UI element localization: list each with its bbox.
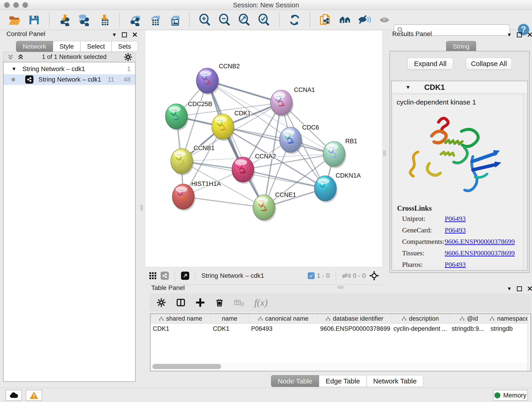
control-panel-close-icon[interactable]: ✕ <box>132 31 138 39</box>
table-vertical-scrollbar[interactable] <box>527 314 531 371</box>
results-panel-menu-icon[interactable]: ▼ <box>507 32 512 38</box>
network-list-toolbar: 1 of 1 Network selected <box>3 52 136 62</box>
gene-disclosure-icon[interactable]: ▼ <box>405 84 411 90</box>
tab-network-table[interactable]: Network Table <box>367 375 423 387</box>
bottom-splitter-handle[interactable] <box>337 286 344 289</box>
column-header-description[interactable]: description <box>391 314 449 323</box>
control-panel-menu-icon[interactable]: ▼ <box>112 32 117 38</box>
table-header-row: shared namenamecanonical namedatabase id… <box>151 314 531 324</box>
gene-section-header[interactable]: ▼ CDK1 <box>392 81 527 94</box>
import-database-icon[interactable] <box>78 13 91 26</box>
tab-node-table[interactable]: Node Table <box>271 375 319 387</box>
column-header-sharedname[interactable]: shared name <box>151 314 210 323</box>
node-CDKN1A[interactable]: CDKN1A <box>314 172 361 203</box>
collapse-all-button[interactable]: Collapse All <box>466 58 512 70</box>
crosslink-link[interactable]: 9606.ENSP00000378699 <box>445 238 515 245</box>
tab-sets[interactable]: Sets <box>112 41 138 52</box>
column-header-name[interactable]: name <box>210 314 249 323</box>
tab-string[interactable]: String <box>446 41 476 52</box>
grid-view-icon[interactable] <box>149 272 157 280</box>
table-cell[interactable]: CDK1 <box>151 324 210 334</box>
tab-style[interactable]: Style <box>53 41 80 52</box>
add-column-icon[interactable] <box>196 298 205 307</box>
collection-disclosure-icon[interactable]: ▼ <box>12 66 17 72</box>
selected-checkbox-icon[interactable] <box>308 272 315 279</box>
results-scrollbar[interactable] <box>524 95 526 268</box>
node-CCNA1[interactable]: CCNA1 <box>270 86 315 117</box>
table-cell[interactable]: stringdb <box>488 324 531 334</box>
table-panel-menu-icon[interactable]: ▼ <box>507 286 512 292</box>
minimize-window-icon[interactable] <box>13 2 19 8</box>
export-table-icon[interactable] <box>148 13 161 26</box>
node-CCNE1[interactable]: CCNE1 <box>253 191 296 222</box>
cloud-status-button[interactable] <box>6 390 22 401</box>
edge-CCNA2-CDKN1A[interactable] <box>243 170 325 188</box>
export-image-icon[interactable] <box>168 13 181 26</box>
column-header-databaseidentifier[interactable]: database identifier <box>318 314 391 323</box>
warnings-button[interactable] <box>26 390 42 401</box>
column-header-id[interactable]: @id <box>450 314 488 323</box>
close-window-icon[interactable] <box>4 2 10 8</box>
table-settings-gear-icon[interactable] <box>157 298 166 307</box>
duplicate-network-icon[interactable] <box>319 13 332 26</box>
column-header-canonicalname[interactable]: canonical name <box>249 314 318 323</box>
open-session-icon[interactable] <box>8 13 21 26</box>
results-panel-float-icon[interactable] <box>517 32 522 37</box>
table-row[interactable]: CDK1CDK1P064939606.ENSP00000378699cyclin… <box>151 324 531 334</box>
memory-button[interactable]: Memory <box>493 390 528 401</box>
table-panel-float-icon[interactable] <box>517 286 522 291</box>
table-cell[interactable]: stringdb:9... <box>450 324 488 334</box>
left-splitter-handle[interactable] <box>140 205 143 211</box>
export-network-icon[interactable] <box>128 13 141 26</box>
import-network-icon[interactable] <box>58 13 71 26</box>
tab-network[interactable]: Network <box>16 41 53 52</box>
network-share-icon[interactable] <box>161 272 169 280</box>
save-session-icon[interactable] <box>27 13 40 26</box>
pan-crosshair-icon[interactable] <box>369 271 379 281</box>
node-CCNB2[interactable]: CCNB2 <box>196 63 240 95</box>
node-CDC25B[interactable]: CDC25B <box>165 101 212 131</box>
crosslink-link[interactable]: P06493 <box>445 261 466 268</box>
first-neighbors-icon[interactable] <box>339 13 351 26</box>
crosslink-link[interactable]: 9606.ENSP00000378699 <box>445 249 515 257</box>
gear-icon[interactable] <box>124 53 132 61</box>
node-CDK1[interactable]: CDK1 <box>212 110 251 141</box>
table-cell[interactable]: P06493 <box>249 324 318 334</box>
table-cell[interactable]: 9606.ENSP00000378699 <box>318 324 391 334</box>
table-cell[interactable]: CDK1 <box>210 324 249 334</box>
expand-all-button[interactable]: Expand All <box>407 58 453 70</box>
zoom-fit-icon[interactable] <box>238 13 251 26</box>
open-in-window-icon[interactable] <box>181 272 189 280</box>
edge-CCNB2-CCNE1[interactable] <box>207 81 264 207</box>
node-CDC6[interactable]: CDC6 <box>279 124 319 154</box>
tab-edge-table[interactable]: Edge Table <box>319 375 367 387</box>
column-header-namespace[interactable]: namespace <box>488 314 531 323</box>
zoom-selected-icon[interactable] <box>258 13 270 26</box>
network-canvas[interactable]: CCNB2CCNA1CDC25BCDK1CDC6RB1CCNB1CCNA2CDK… <box>146 31 382 267</box>
node-RB1[interactable]: RB1 <box>323 138 357 168</box>
show-columns-icon[interactable] <box>176 298 186 307</box>
node-HIST1H1A[interactable]: HIST1H1A <box>172 180 221 211</box>
hscroll-thumb[interactable] <box>152 364 221 369</box>
delete-column-icon[interactable] <box>215 298 224 307</box>
show-hidden-icon[interactable] <box>378 13 391 26</box>
maximize-window-icon[interactable] <box>22 2 28 8</box>
refresh-layout-icon[interactable] <box>288 13 301 26</box>
right-splitter-handle[interactable] <box>383 150 386 156</box>
network-collection-row[interactable]: ▼ String Network – cdk1 1 <box>4 64 135 74</box>
network-row[interactable]: String Network – cdk1 11 48 <box>4 74 135 85</box>
table-horizontal-scrollbar[interactable] <box>151 363 527 370</box>
expand-all-icon[interactable] <box>17 53 25 61</box>
table-cell[interactable]: cyclin-dependent ... <box>391 324 449 334</box>
crosslink-link[interactable]: P06493 <box>445 215 466 223</box>
hide-selection-icon[interactable] <box>358 13 371 26</box>
tab-select[interactable]: Select <box>80 41 112 52</box>
collapse-all-icon[interactable] <box>7 53 14 61</box>
results-panel-close-icon[interactable]: ✕ <box>527 31 532 39</box>
crosslink-link[interactable]: P06493 <box>445 226 466 234</box>
zoom-out-icon[interactable] <box>218 13 231 26</box>
zoom-in-icon[interactable] <box>198 13 211 26</box>
table-panel-close-icon[interactable]: ✕ <box>527 285 532 293</box>
control-panel-float-icon[interactable] <box>122 32 127 37</box>
import-table-icon[interactable] <box>98 13 110 26</box>
